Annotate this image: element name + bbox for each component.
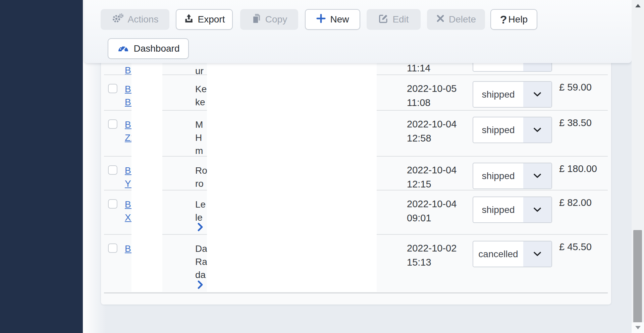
order-description: Ke: [195, 82, 207, 96]
order-description: Da: [195, 242, 207, 255]
copy-icon: [251, 13, 261, 26]
white-overlay-band: [207, 62, 377, 292]
order-price: £ 82.00: [559, 197, 592, 208]
help-button[interactable]: ? Help: [490, 9, 537, 30]
status-select[interactable]: shipped: [473, 197, 552, 223]
table-bottom-divider: [104, 292, 608, 293]
order-description: ke: [195, 96, 207, 109]
order-price: £ 38.50: [559, 117, 592, 128]
order-time: 11:08: [407, 96, 457, 110]
order-description: Le: [195, 198, 206, 211]
row-checkbox[interactable]: [108, 199, 117, 209]
order-description: m: [195, 144, 203, 157]
actions-button[interactable]: Actions: [101, 9, 169, 30]
order-date: 2022-10-05: [407, 81, 457, 96]
row-checkbox[interactable]: [108, 243, 117, 253]
dashboard-gauge-icon: [117, 42, 129, 55]
row-checkbox[interactable]: [108, 165, 117, 175]
sidebar-nav: [0, 0, 83, 333]
gears-icon: [112, 13, 124, 26]
export-button-label: Export: [198, 14, 225, 25]
order-time: 12:58: [407, 131, 457, 145]
toolbar-panel: Actions Export Copy: [84, 0, 632, 63]
edit-pencil-icon: [378, 13, 388, 26]
new-button-label: New: [330, 14, 349, 25]
chevron-down-icon: [523, 197, 551, 222]
order-description: Ra: [195, 255, 207, 268]
chevron-down-icon: [523, 117, 551, 143]
new-button[interactable]: New: [305, 9, 360, 30]
dashboard-button[interactable]: Dashboard: [108, 38, 189, 59]
order-description: M: [195, 118, 203, 131]
status-select[interactable]: shipped: [473, 81, 552, 108]
row-checkbox[interactable]: [108, 84, 117, 93]
copy-button[interactable]: Copy: [240, 9, 298, 30]
help-button-label: Help: [508, 14, 528, 25]
export-button[interactable]: Export: [176, 9, 233, 30]
order-price: £ 45.50: [559, 241, 592, 253]
chevron-down-icon: [523, 241, 551, 267]
scroll-down-button[interactable]: [632, 322, 644, 333]
status-select[interactable]: cancelled: [473, 241, 552, 267]
dashboard-button-label: Dashboard: [134, 43, 180, 54]
status-select[interactable]: shipped: [473, 163, 552, 189]
upload-icon: [184, 13, 194, 26]
order-description: H: [195, 131, 203, 144]
scroll-down-arrow-icon: [635, 326, 641, 329]
order-description: ro: [195, 177, 207, 190]
order-time: 09:01: [407, 211, 457, 225]
chevron-down-icon: [523, 163, 551, 188]
status-select-value: cancelled: [473, 241, 523, 267]
status-select-value: shipped: [473, 117, 523, 143]
vertical-scrollbar[interactable]: [632, 0, 644, 333]
edit-button[interactable]: Edit: [367, 9, 421, 30]
edit-button-label: Edit: [392, 14, 409, 25]
status-select-value: shipped: [473, 197, 523, 222]
status-select[interactable]: shipped: [473, 117, 552, 143]
order-price: £ 180.00: [559, 163, 597, 174]
scroll-up-arrow-icon[interactable]: [635, 4, 641, 7]
delete-button-label: Delete: [449, 14, 476, 25]
actions-button-label: Actions: [128, 14, 159, 25]
white-overlay-band: [131, 62, 162, 292]
order-description: Ro: [195, 164, 207, 177]
order-time: 11:14: [407, 61, 430, 75]
order-date: 2022-10-02: [407, 241, 457, 255]
plus-icon: [316, 13, 326, 26]
scrollbar-thumb[interactable]: [633, 230, 642, 323]
order-time: 12:15: [407, 177, 457, 191]
order-date: 2022-10-04: [407, 117, 457, 131]
delete-button[interactable]: Delete: [427, 9, 485, 30]
copy-button-label: Copy: [265, 14, 287, 25]
order-price: £ 59.00: [559, 82, 592, 93]
row-checkbox[interactable]: [108, 119, 117, 129]
order-date: 2022-10-04: [407, 163, 457, 177]
expand-row-chevron-icon[interactable]: [198, 280, 203, 290]
app-window: B2 ur 11:14 B1 B2 Ke: [0, 0, 644, 333]
x-icon: [436, 14, 445, 25]
order-date: 2022-10-04: [407, 197, 457, 211]
expand-row-chevron-icon[interactable]: [198, 223, 203, 233]
question-mark-icon: ?: [500, 13, 507, 26]
status-select-value: shipped: [473, 163, 523, 188]
status-select-value: shipped: [473, 82, 523, 107]
chevron-down-icon: [523, 82, 551, 107]
order-description: le: [195, 211, 206, 224]
order-time: 15:13: [407, 255, 457, 269]
order-description: da: [195, 268, 207, 281]
